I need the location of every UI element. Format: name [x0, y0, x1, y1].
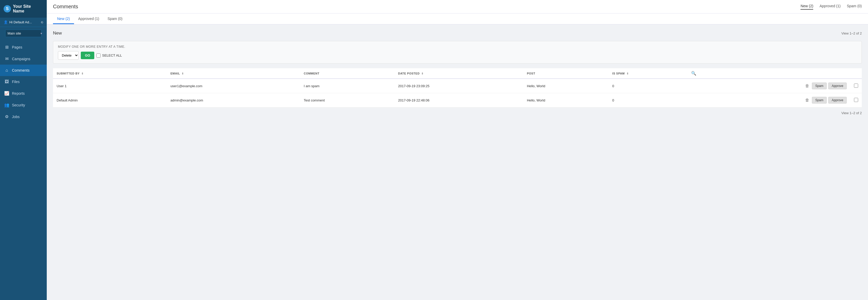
view-count-bottom: View 1–2 of 2: [53, 111, 862, 115]
select-all-label: SELECT ALL: [102, 54, 122, 57]
cell-comment-1: I am spam: [300, 79, 394, 93]
cell-submitted-by-1: User 1: [53, 79, 167, 93]
col-post-label: POST: [527, 72, 535, 75]
col-submitted-by[interactable]: SUBMITTED BY ⇕: [53, 68, 167, 79]
col-email-label: EMAIL: [170, 72, 180, 75]
table-row: Default Admin admin@example.com Test com…: [53, 93, 862, 107]
approve-button-1[interactable]: Approve: [828, 82, 847, 89]
top-tab-approved[interactable]: Approved (1): [819, 4, 840, 10]
jobs-icon: ⚙: [4, 114, 9, 119]
table-search-icon[interactable]: 🔍: [691, 71, 696, 75]
sub-tab-spam[interactable]: Spam (0): [103, 13, 127, 24]
sidebar-item-jobs[interactable]: ⚙ Jobs: [0, 111, 47, 123]
campaigns-icon: ✉: [4, 56, 9, 61]
user-icon: 👤: [4, 20, 8, 24]
cell-checkbox-2: [850, 93, 862, 107]
delete-icon-2[interactable]: 🗑: [805, 98, 809, 102]
col-email[interactable]: EMAIL ⇕: [167, 68, 300, 79]
page-title: Comments: [53, 4, 78, 10]
cell-actions-1: 🗑 Spam Approve: [687, 79, 850, 93]
sidebar-item-security[interactable]: 👥 Security: [0, 99, 47, 111]
modify-controls: Delete GO SELECT ALL: [58, 51, 857, 60]
jobs-label: Jobs: [12, 115, 20, 119]
spam-button-1[interactable]: Spam: [812, 82, 827, 89]
go-button[interactable]: GO: [81, 52, 94, 59]
col-comment: COMMENT: [300, 68, 394, 79]
sidebar-item-files[interactable]: 🖼 Files: [0, 76, 47, 88]
campaigns-label: Campaigns: [12, 57, 30, 61]
action-select[interactable]: Delete: [58, 51, 79, 60]
section-title: New: [53, 31, 62, 36]
select-all-wrap[interactable]: SELECT ALL: [96, 54, 122, 58]
cell-submitted-by-2: Default Admin: [53, 93, 167, 107]
col-post: POST: [523, 68, 609, 79]
top-tab-spam[interactable]: Spam (0): [847, 4, 862, 10]
cell-post-2: Hello, World: [523, 93, 609, 107]
modify-label: MODIFY ONE OR MORE ENTRY AT A TIME.: [58, 45, 857, 48]
view-count-top: View 1–2 of 2: [841, 31, 862, 35]
logout-icon[interactable]: ⎋: [41, 20, 43, 24]
is-spam-sort-icon: ⇕: [626, 72, 629, 75]
cell-is-spam-2: 0: [609, 93, 687, 107]
delete-icon-1[interactable]: 🗑: [805, 84, 809, 88]
comments-icon: ⌂: [4, 68, 9, 73]
select-all-checkbox[interactable]: [96, 54, 100, 58]
sidebar-item-reports[interactable]: 📈 Reports: [0, 88, 47, 99]
top-bar: Comments New (2) Approved (1) Spam (0): [47, 0, 868, 13]
content-area: New View 1–2 of 2 MODIFY ONE OR MORE ENT…: [47, 24, 868, 300]
submitted-by-sort-icon: ⇕: [81, 72, 84, 75]
top-tab-new[interactable]: New (2): [801, 4, 813, 10]
cell-email-1: user1@example.com: [167, 79, 300, 93]
main-content: Comments New (2) Approved (1) Spam (0) N…: [47, 0, 868, 300]
pages-icon: ⊞: [4, 45, 9, 49]
col-date-label: DATE POSTED: [398, 72, 420, 75]
col-row-check: [850, 68, 862, 79]
sub-tab-new[interactable]: New (2): [53, 13, 74, 24]
row-checkbox-2[interactable]: [854, 98, 858, 102]
cell-date-2: 2017-09-19 22:48:06: [395, 93, 523, 107]
comments-table: SUBMITTED BY ⇕ EMAIL ⇕ COMMENT DATE POST…: [53, 68, 862, 107]
date-sort-icon: ⇕: [421, 72, 424, 75]
logo-icon: S: [4, 5, 11, 12]
table-body: User 1 user1@example.com I am spam 2017-…: [53, 79, 862, 107]
col-date-posted[interactable]: DATE POSTED ⇕: [395, 68, 523, 79]
cell-email-2: admin@example.com: [167, 93, 300, 107]
cell-is-spam-1: 0: [609, 79, 687, 93]
email-sort-icon: ⇕: [182, 72, 184, 75]
pages-label: Pages: [12, 45, 22, 49]
sidebar: S Your Site Name 👤 Hi Default Ad... ⎋ Ma…: [0, 0, 47, 300]
comments-label: Comments: [12, 68, 30, 72]
col-comment-label: COMMENT: [304, 72, 319, 75]
table-row: User 1 user1@example.com I am spam 2017-…: [53, 79, 862, 93]
table-header-row: SUBMITTED BY ⇕ EMAIL ⇕ COMMENT DATE POST…: [53, 68, 862, 79]
approve-button-2[interactable]: Approve: [828, 97, 847, 104]
cell-checkbox-1: [850, 79, 862, 93]
site-selector[interactable]: Main site: [5, 30, 41, 37]
site-name: Your Site Name: [13, 4, 43, 13]
reports-icon: 📈: [4, 91, 9, 96]
security-icon: 👥: [4, 102, 9, 107]
sidebar-item-comments[interactable]: ⌂ Comments: [0, 65, 47, 76]
sidebar-item-campaigns[interactable]: ✉ Campaigns: [0, 53, 47, 65]
col-is-spam[interactable]: IS SPAM ⇕: [609, 68, 687, 79]
modify-bar: MODIFY ONE OR MORE ENTRY AT A TIME. Dele…: [53, 41, 862, 64]
reports-label: Reports: [12, 91, 25, 96]
cell-post-1: Hello, World: [523, 79, 609, 93]
site-logo: S Your Site Name: [0, 0, 47, 18]
col-is-spam-label: IS SPAM: [612, 72, 625, 75]
sub-tabs: New (2) Approved (1) Spam (0): [47, 13, 868, 24]
col-submitted-by-label: SUBMITTED BY: [57, 72, 80, 75]
cell-date-1: 2017-09-19 23:09:25: [395, 79, 523, 93]
top-tabs: New (2) Approved (1) Spam (0): [801, 4, 862, 10]
row-checkbox-1[interactable]: [854, 84, 858, 88]
files-icon: 🖼: [4, 79, 9, 84]
user-greeting: Hi Default Ad...: [9, 20, 32, 24]
sidebar-item-pages[interactable]: ⊞ Pages: [0, 41, 47, 53]
cell-comment-2: Test comment: [300, 93, 394, 107]
sub-tab-approved[interactable]: Approved (1): [74, 13, 103, 24]
files-label: Files: [12, 80, 20, 84]
cell-actions-2: 🗑 Spam Approve: [687, 93, 850, 107]
spam-button-2[interactable]: Spam: [812, 97, 827, 104]
security-label: Security: [12, 103, 25, 107]
user-bar: 👤 Hi Default Ad... ⎋: [0, 18, 47, 27]
